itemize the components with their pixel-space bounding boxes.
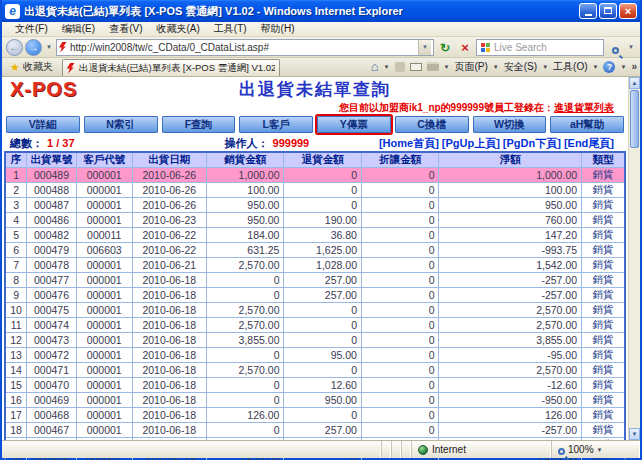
cell-order-no: 000489 [27, 168, 77, 183]
ie-icon: e [5, 4, 20, 19]
menu-item[interactable]: 文件(F) [8, 22, 55, 36]
cell-order-no: 000468 [27, 408, 77, 423]
toolbar-overflow-chevron[interactable]: » [631, 61, 637, 72]
toolbar-button[interactable]: W切換 [473, 116, 547, 133]
toolbar-button[interactable]: F查詢 [162, 116, 236, 133]
operator-value: 999999 [273, 137, 310, 149]
scroll-track[interactable] [629, 149, 640, 428]
table-row[interactable]: 12 000473 000001 2010-06-18 3,855.00 0 0… [5, 333, 625, 348]
table-row[interactable]: 8 000477 000001 2010-06-18 0 257.00 0 -2… [5, 273, 625, 288]
tools-menu-button[interactable]: 工具(O) [553, 60, 587, 74]
safety-menu-button[interactable]: 安全(S) [504, 60, 537, 74]
cell-return-amount: 0 [284, 408, 362, 423]
tab-active[interactable]: 出退貨未結(已結)單列表 [X-POS 雲通網] V1.02 [62, 59, 280, 76]
table-row[interactable]: 4 000486 000001 2010-06-23 950.00 190.00… [5, 213, 625, 228]
cell-net-amount: 147.20 [439, 228, 582, 243]
table-row[interactable]: 6 000479 006603 2010-06-22 631.25 1,625.… [5, 243, 625, 258]
cell-order-no: 000473 [27, 333, 77, 348]
print-icon[interactable] [427, 62, 439, 71]
search-dropdown-icon[interactable]: ▼ [626, 44, 636, 50]
page-toolbar: V詳細N索引F查詢L客戶Y傳票C換檔W切換aH幫助 [2, 114, 628, 135]
url-field[interactable]: http://win2008/tw/c_CData/0_CDataList.as… [56, 39, 434, 56]
menu-item[interactable]: 收藏夹(A) [149, 22, 206, 36]
cell-net-amount: 950.00 [439, 198, 582, 213]
help-dropdown-icon[interactable]: ▼ [620, 64, 626, 70]
cell-customer-code: 000001 [76, 198, 132, 213]
table-row[interactable]: 1 000489 000001 2010-06-26 1,000.00 0 0 … [5, 168, 625, 183]
table-row[interactable]: 18 000467 000001 2010-06-18 0 257.00 0 -… [5, 423, 625, 438]
zoom-dropdown-icon[interactable]: ▼ [597, 447, 603, 453]
cell-type: 銷貨 [582, 318, 625, 333]
table-row[interactable]: 15 000470 000001 2010-06-18 0 12.60 0 -1… [5, 378, 625, 393]
scroll-thumb[interactable] [630, 90, 639, 148]
mail-icon[interactable] [410, 63, 422, 71]
table-row[interactable]: 16 000469 000001 2010-06-18 0 950.00 0 -… [5, 393, 625, 408]
menu-item[interactable]: 编辑(E) [55, 22, 102, 36]
search-button[interactable] [606, 39, 624, 56]
cell-ship-date: 2010-06-21 [132, 258, 206, 273]
toolbar-button[interactable]: L客戶 [239, 116, 313, 133]
forward-button[interactable]: → [25, 39, 42, 56]
vertical-scrollbar[interactable]: ▲ ▼ [628, 77, 640, 440]
search-input[interactable]: Live Search [476, 39, 604, 56]
maximize-button[interactable] [599, 3, 617, 19]
feed-icon[interactable] [395, 62, 405, 72]
cell-seq: 10 [5, 303, 27, 318]
toolbar-button[interactable]: Y傳票 [317, 116, 391, 133]
cell-type: 銷貨 [582, 228, 625, 243]
cell-sales-amount: 950.00 [206, 213, 284, 228]
cell-customer-code: 000001 [76, 303, 132, 318]
paging-link[interactable]: [End尾頁] [564, 136, 614, 151]
status-tick-3 [402, 441, 412, 458]
scroll-down-icon[interactable]: ▼ [629, 428, 640, 440]
home-icon[interactable]: ⌂ [371, 59, 379, 74]
table-row[interactable]: 13 000472 000001 2010-06-18 0 95.00 0 -9… [5, 348, 625, 363]
paging-link[interactable]: [PgDn下頁] [503, 136, 561, 151]
paging-link[interactable]: [Home首頁] [379, 136, 439, 151]
table-row[interactable]: 7 000478 000001 2010-06-21 2,570.00 1,02… [5, 258, 625, 273]
status-tick-2 [392, 441, 402, 458]
zoom-control[interactable]: 100% ▼ [552, 441, 640, 458]
history-dropdown-icon[interactable]: ▼ [44, 44, 54, 50]
table-row[interactable]: 10 000475 000001 2010-06-18 2,570.00 0 0… [5, 303, 625, 318]
table-row[interactable]: 5 000482 000011 2010-06-22 184.00 36.80 … [5, 228, 625, 243]
scroll-up-icon[interactable]: ▲ [629, 77, 640, 89]
table-row[interactable]: 11 000474 000001 2010-06-18 2,570.00 0 0… [5, 318, 625, 333]
close-button[interactable]: × [619, 3, 637, 19]
minimize-button[interactable] [579, 3, 597, 19]
table-row[interactable]: 3 000487 000001 2010-06-26 950.00 0 0 95… [5, 198, 625, 213]
cell-order-no: 000474 [27, 318, 77, 333]
page-menu-button[interactable]: 页面(P) [454, 60, 487, 74]
cell-type: 銷貨 [582, 423, 625, 438]
table-row[interactable]: 14 000471 000001 2010-06-18 2,570.00 0 0… [5, 363, 625, 378]
zoom-level: 100% [568, 444, 594, 455]
menu-item[interactable]: 帮助(H) [254, 22, 302, 36]
toolbar-button[interactable]: N索引 [84, 116, 158, 133]
table-row[interactable]: 2 000488 000001 2010-06-26 100.00 0 0 10… [5, 183, 625, 198]
cell-sales-amount: 0 [206, 423, 284, 438]
cell-net-amount: -950.00 [439, 393, 582, 408]
cell-net-amount: -12.60 [439, 378, 582, 393]
url-dropdown-icon[interactable]: ▼ [418, 40, 431, 55]
column-header: 序 [5, 152, 27, 168]
cell-return-amount: 0 [284, 303, 362, 318]
table-row[interactable]: 17 000468 000001 2010-06-18 126.00 0 0 1… [5, 408, 625, 423]
menu-item[interactable]: 查看(V) [102, 22, 149, 36]
cell-order-no: 000475 [27, 303, 77, 318]
stop-button[interactable]: × [456, 39, 474, 56]
menu-item[interactable]: 工具(T) [207, 22, 254, 36]
help-icon[interactable]: ? [603, 61, 615, 73]
column-header: 退貨金額 [284, 152, 362, 168]
refresh-button[interactable]: ↻ [436, 39, 454, 56]
toolbar-button[interactable]: V詳細 [6, 116, 80, 133]
paging-link[interactable]: [PgUp上頁] [442, 136, 500, 151]
order-list-link[interactable]: 進退貨單列表 [554, 102, 614, 113]
toolbar-button[interactable]: aH幫助 [550, 116, 624, 133]
favorites-button[interactable]: ★ 收藏夹 [5, 58, 58, 76]
cell-seq: 8 [5, 273, 27, 288]
home-dropdown-icon[interactable]: ▼ [384, 64, 390, 70]
toolbar-button[interactable]: C換檔 [395, 116, 469, 133]
table-row[interactable]: 9 000476 000001 2010-06-18 0 257.00 0 -2… [5, 288, 625, 303]
print-dropdown-icon[interactable]: ▼ [444, 64, 450, 70]
back-button[interactable]: ← [6, 39, 23, 56]
